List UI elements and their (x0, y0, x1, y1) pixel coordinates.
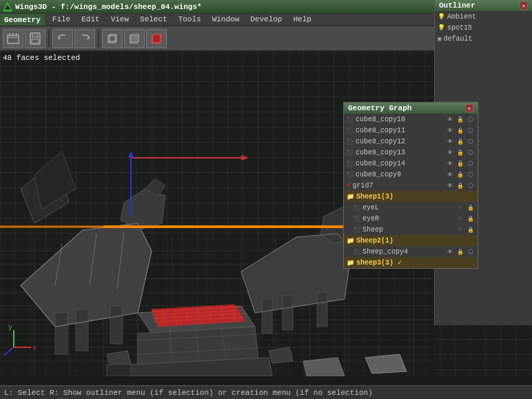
geom-folder-sheep3[interactable]: 📁 sheep3(3) ✓ (344, 257, 478, 268)
lock-icon-4[interactable]: 🔒 (456, 159, 464, 167)
faces-selected-label: 48 faces selected (3, 54, 80, 62)
eye-icon-0[interactable]: 👁 (446, 115, 454, 123)
geom-item-cube8copy14[interactable]: ⬛ cube8_copy14 👁 🔒 ⬡ (344, 158, 478, 169)
lock-icon-eyeR[interactable]: 🔒 (467, 214, 475, 223)
geom-item-name-6: grid7 (352, 182, 444, 190)
cube-red-button[interactable] (146, 29, 167, 48)
eye-icon-2[interactable]: 👁 (446, 137, 454, 145)
geom-item-name-sheepcopy4: Sheep_copy4 (362, 248, 444, 256)
geom-item-name-3: cube8_copy13 (356, 149, 444, 156)
eye-icon-1[interactable]: 👁 (446, 126, 454, 134)
lock-icon-sheep[interactable]: 🔒 (467, 225, 475, 234)
undo-button[interactable] (52, 29, 73, 48)
geom-item-name-eyeR: eyeR (362, 215, 454, 223)
lock-icon-5[interactable]: 🔒 (456, 170, 464, 178)
eye-icon-5[interactable]: 👁 (446, 170, 454, 178)
menu-view[interactable]: View (105, 14, 134, 24)
lock-icon-eyeL[interactable]: 🔒 (467, 203, 475, 212)
status-bar: L: Select R: Show outliner menu (if sele… (0, 385, 532, 399)
geom-item-name-0: cube8_copy10 (356, 116, 444, 123)
geom-item-name-1: cube8_copy11 (356, 127, 444, 134)
geom-graph-close-button[interactable]: ✕ (465, 104, 473, 112)
lock-icon-6[interactable]: 🔒 (456, 181, 464, 190)
cube-solid-button[interactable] (124, 29, 145, 48)
geom-item-cube8copy12[interactable]: ⬛ cube8_copy12 👁 🔒 ⬡ (344, 136, 478, 147)
geom-icon-6: ⬡ (467, 181, 475, 190)
geometry-label: Geometry (0, 15, 45, 25)
redo-button[interactable] (74, 29, 95, 48)
geom-item-name-2: cube8_copy12 (356, 138, 444, 145)
geom-folder-name-sheep2: Sheep2(1) (356, 237, 475, 245)
lock-icon-2[interactable]: 🔒 (456, 137, 464, 145)
geom-item-cube8copy10[interactable]: ⬛ cube8_copy10 👁 🔒 ⬡ (344, 114, 478, 125)
eye-icon-sheepcopy4[interactable]: 👁 (446, 247, 454, 256)
folder-icon-sheep3: 📁 (347, 259, 354, 267)
open-button[interactable] (3, 29, 23, 48)
menu-window[interactable]: Window (207, 14, 245, 24)
svg-marker-13 (130, 34, 139, 43)
menu-edit[interactable]: Edit (76, 14, 105, 24)
geom-folder-sheep2[interactable]: 📁 Sheep2(1) (344, 235, 478, 246)
geom-icon-2: ⬡ (467, 137, 475, 145)
lock-icon-1[interactable]: 🔒 (456, 126, 464, 134)
geom-item-name-eyeL: eyeL (362, 204, 454, 212)
title-left: Wings3D - f:/wings_models/sheep_04.wings… (3, 2, 202, 12)
cube-icon-sheepcopy4: ⬛ (354, 249, 360, 255)
geom-item-cube8copy13[interactable]: ⬛ cube8_copy13 👁 🔒 ⬡ (344, 147, 478, 158)
geom-item-grid7[interactable]: ● grid7 👁 🔒 ⬡ (344, 180, 478, 191)
svg-rect-2 (8, 35, 19, 43)
menu-file[interactable]: File (47, 14, 76, 24)
menu-tools[interactable]: Tools (173, 14, 207, 24)
status-text: L: Select R: Show outliner menu (if sele… (4, 389, 373, 397)
eye-icon-6[interactable]: 👁 (446, 181, 454, 190)
folder-icon-sheep2: 📁 (347, 237, 354, 245)
lock-icon-0[interactable]: 🔒 (456, 115, 464, 123)
geom-item-name-sheep: Sheep (362, 226, 454, 234)
eye-icon-sheep[interactable]: 👁 (456, 225, 464, 234)
cube-icon-1: ⬛ (347, 127, 354, 134)
geom-icon-5: ⬡ (467, 170, 475, 178)
geometry-graph-title[interactable]: Geometry Graph ✕ (344, 103, 478, 114)
geom-item-sheep[interactable]: ⬛ Sheep 👁 🔒 (344, 224, 478, 235)
geom-item-cube8copy9[interactable]: ⬛ cube8_copy9 👁 🔒 ⬡ (344, 169, 478, 180)
eye-icon-eyeL[interactable]: 👁 (456, 203, 464, 212)
geom-graph-title-label: Geometry Graph (348, 104, 411, 112)
geom-item-sheepcopy4[interactable]: ⬛ Sheep_copy4 👁 🔒 ⬡ (344, 246, 478, 257)
cube-icon-5: ⬛ (347, 172, 354, 178)
eye-icon-eyeR[interactable]: 👁 (456, 214, 464, 223)
cube-icon-4: ⬛ (347, 161, 354, 167)
menu-help[interactable]: Help (287, 14, 316, 24)
geom-item-eyeR[interactable]: ⬛ eyeR 👁 🔒 (344, 213, 478, 224)
geom-folder-name-sheep1: Sheep1(3) (356, 193, 475, 201)
cube-icon-2: ⬛ (347, 139, 354, 145)
cube-wire-button[interactable] (102, 29, 123, 48)
toolbar-separator-1 (48, 30, 50, 47)
svg-rect-4 (32, 33, 38, 37)
geom-item-name-5: cube8_copy9 (356, 171, 444, 178)
cube-icon-eyeL: ⬛ (354, 205, 360, 211)
geom-folder-sheep1[interactable]: 📁 Sheep1(3) (344, 191, 478, 202)
svg-rect-5 (32, 39, 39, 43)
lock-icon-sheepcopy4[interactable]: 🔒 (456, 247, 464, 256)
menu-select[interactable]: Select (134, 14, 173, 24)
geom-item-name-4: cube8_copy14 (356, 160, 444, 167)
cube-icon-sheep: ⬛ (354, 227, 360, 233)
geom-icon-3: ⬡ (467, 148, 475, 156)
app-title: Wings3D - f:/wings_models/sheep_04.wings… (15, 3, 202, 11)
app-icon (3, 2, 12, 12)
eye-icon-3[interactable]: 👁 (446, 148, 454, 156)
toolbar-separator-2 (98, 30, 99, 47)
save-button[interactable] (25, 29, 45, 48)
lock-icon-3[interactable]: 🔒 (456, 148, 464, 156)
geom-item-cube8copy11[interactable]: ⬛ cube8_copy11 👁 🔒 ⬡ (344, 125, 478, 136)
geometry-graph-panel: Geometry Graph ✕ ⬛ cube8_copy10 👁 🔒 ⬡ ⬛ … (343, 102, 478, 269)
menu-develop[interactable]: Develop (245, 14, 287, 24)
cube-icon-eyeR: ⬛ (354, 216, 360, 222)
eye-icon-4[interactable]: 👁 (446, 159, 454, 167)
cube-icon-0: ⬛ (347, 116, 354, 123)
geom-icon-sheepcopy4: ⬡ (467, 247, 475, 256)
folder-icon-sheep1: 📁 (347, 193, 354, 201)
geom-icon-1: ⬡ (467, 126, 475, 134)
red-dot-icon: ● (347, 182, 350, 189)
geom-item-eyeL[interactable]: ⬛ eyeL 👁 🔒 (344, 202, 478, 213)
